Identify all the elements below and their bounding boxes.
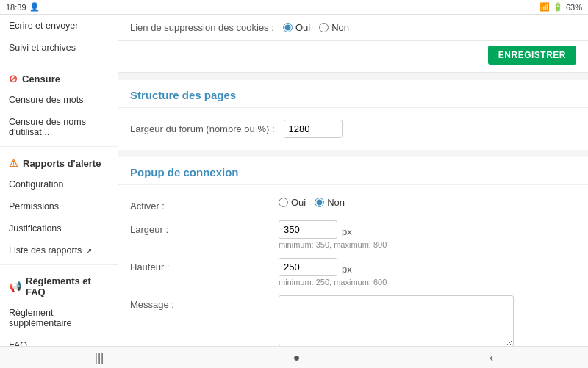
sidebar-item-label: Censure des mots xyxy=(9,95,83,105)
popup-hauteur-label: Hauteur : xyxy=(130,258,270,273)
sidebar-item-liste-rapports[interactable]: Liste des rapports ↗ xyxy=(0,239,118,261)
status-time: 18:39 👤 xyxy=(6,2,40,12)
battery-percent: 63% xyxy=(566,3,582,12)
censure-icon: ⊘ xyxy=(9,73,18,84)
activer-oui-option[interactable]: Oui xyxy=(279,197,306,208)
battery-icon: 🔋 xyxy=(553,2,563,12)
sidebar-section-rapports: ⚠ Rapports d'alerte xyxy=(0,150,118,173)
sidebar-divider-2 xyxy=(0,146,118,147)
largeur-label: Largeur du forum (nombre ou %) : xyxy=(130,120,275,134)
popup-hauteur-input-group: px minimum: 250, maximum: 600 xyxy=(279,258,387,286)
popup-section: Popup de connexion Activer : Oui Non xyxy=(118,157,588,346)
external-link-icon: ↗ xyxy=(86,247,92,255)
hauteur-px-label: px xyxy=(342,260,352,275)
nav-back-button[interactable]: ‹ xyxy=(475,351,508,364)
popup-hauteur-input[interactable] xyxy=(279,258,337,276)
cookie-oui-radio[interactable] xyxy=(283,23,293,32)
sidebar-item-faq[interactable]: FAQ xyxy=(0,334,118,346)
sidebar-item-configuration[interactable]: Configuration xyxy=(0,173,118,195)
largeur-px-label: px xyxy=(342,223,352,237)
sidebar-section-reglement: 📢 Règlements et FAQ xyxy=(0,268,118,302)
popup-largeur-input[interactable] xyxy=(279,220,337,239)
sidebar-item-permissions[interactable]: Permissions xyxy=(0,195,118,217)
message-textarea[interactable] xyxy=(279,295,514,346)
section-label: Règlements et FAQ xyxy=(26,275,109,297)
activer-row: Activer : Oui Non xyxy=(130,192,576,216)
largeur-input[interactable] xyxy=(284,120,343,138)
cookie-oui-option[interactable]: Oui xyxy=(283,22,310,33)
sidebar-item-label: Liste des rapports xyxy=(9,245,82,256)
activer-oui-label: Oui xyxy=(291,197,306,208)
sidebar-item-label: Ecrire et envoyer xyxy=(9,21,78,31)
message-row: Message : xyxy=(130,291,576,346)
nav-home-button[interactable]: ● xyxy=(279,351,315,364)
sidebar: Ecrire et envoyer Suivi et archives ⊘ Ce… xyxy=(0,15,118,346)
sidebar-item-justifications[interactable]: Justifications xyxy=(0,217,118,239)
cookie-save-row: ENREGISTRER xyxy=(118,41,588,73)
sidebar-item-label: Censure des noms d'utilisat... xyxy=(9,117,109,137)
user-icon: 👤 xyxy=(29,2,40,12)
largeur-hint: minimum: 350, maximum: 800 xyxy=(279,240,387,249)
hauteur-hint: minimum: 250, maximum: 600 xyxy=(279,278,387,286)
cookie-non-radio[interactable] xyxy=(319,23,329,32)
popup-hauteur-row: Hauteur : px minimum: 250, maximum: 600 xyxy=(130,253,576,291)
structure-title: Structure des pages xyxy=(118,80,588,108)
largeur-row: Largeur du forum (nombre ou %) : xyxy=(130,115,576,142)
content-area: Lien de suppression des cookies : Oui No… xyxy=(118,15,588,346)
sidebar-item-label: Règlement supplémentaire xyxy=(9,308,109,328)
structure-content: Largeur du forum (nombre ou %) : xyxy=(118,108,588,150)
activer-non-radio[interactable] xyxy=(315,198,324,207)
sidebar-item-censure-noms[interactable]: Censure des noms d'utilisat... xyxy=(0,111,118,143)
activer-radio-group: Oui Non xyxy=(279,197,345,208)
section-label: Censure xyxy=(22,73,60,84)
sidebar-item-censure-mots[interactable]: Censure des mots xyxy=(0,89,118,111)
activer-non-option[interactable]: Non xyxy=(315,197,345,208)
sidebar-divider-3 xyxy=(0,264,118,265)
cookie-section: Lien de suppression des cookies : Oui No… xyxy=(118,15,588,73)
cookie-non-label: Non xyxy=(331,22,349,33)
sidebar-item-reglement-supp[interactable]: Règlement supplémentaire xyxy=(0,302,118,334)
popup-title: Popup de connexion xyxy=(118,157,588,185)
structure-section: Structure des pages Largeur du forum (no… xyxy=(118,80,588,150)
sidebar-section-censure: ⊘ Censure xyxy=(0,65,118,89)
sidebar-item-label: Suivi et archives xyxy=(9,43,76,53)
sidebar-item-ecrire-envoyer[interactable]: Ecrire et envoyer xyxy=(0,15,118,37)
cookie-non-option[interactable]: Non xyxy=(319,22,349,33)
cookie-label: Lien de suppression des cookies : xyxy=(130,22,277,33)
status-bar: 18:39 👤 📶 🔋 63% xyxy=(0,0,588,15)
main-layout: Ecrire et envoyer Suivi et archives ⊘ Ce… xyxy=(0,15,588,346)
sidebar-item-label: Permissions xyxy=(9,201,59,212)
message-label: Message : xyxy=(130,295,270,310)
cookie-enregistrer-button[interactable]: ENREGISTRER xyxy=(488,46,576,65)
popup-largeur-label: Largeur : xyxy=(130,220,270,235)
activer-label: Activer : xyxy=(130,197,270,212)
wifi-icon: 📶 xyxy=(539,2,550,12)
sidebar-item-suivi-archives[interactable]: Suivi et archives xyxy=(0,37,118,59)
nav-recent-button[interactable]: ||| xyxy=(80,351,118,364)
sidebar-item-label: FAQ xyxy=(9,340,27,346)
status-icons: 📶 🔋 63% xyxy=(539,2,582,12)
time-display: 18:39 xyxy=(6,3,26,12)
popup-largeur-input-group: px minimum: 350, maximum: 800 xyxy=(279,220,387,249)
reglement-icon: 📢 xyxy=(9,281,21,292)
section-label: Rapports d'alerte xyxy=(23,158,101,169)
cookie-oui-label: Oui xyxy=(295,22,310,33)
sidebar-item-label: Configuration xyxy=(9,179,63,190)
cookie-radio-group: Oui Non xyxy=(283,22,349,33)
popup-content: Activer : Oui Non Largeur : xyxy=(118,185,588,346)
cookie-row: Lien de suppression des cookies : Oui No… xyxy=(118,15,588,41)
sidebar-divider-1 xyxy=(0,62,118,62)
rapports-icon: ⚠ xyxy=(9,157,18,169)
sidebar-item-label: Justifications xyxy=(9,223,62,234)
activer-oui-radio[interactable] xyxy=(279,198,288,207)
popup-largeur-row: Largeur : px minimum: 350, maximum: 800 xyxy=(130,216,576,253)
bottom-nav: ||| ● ‹ xyxy=(0,346,588,368)
activer-non-label: Non xyxy=(327,197,345,208)
